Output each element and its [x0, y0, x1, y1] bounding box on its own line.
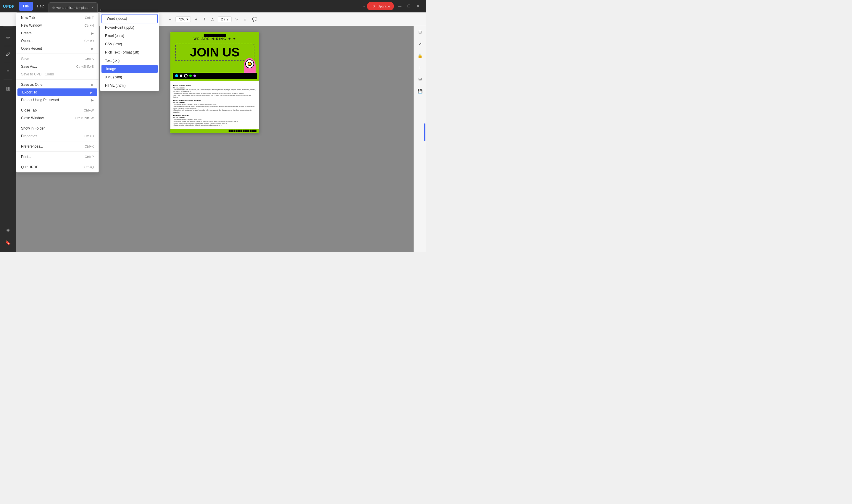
export-word[interactable]: Word (.docx) — [102, 14, 158, 23]
sidebar-icon-edit[interactable]: ✏ — [2, 32, 14, 43]
menu-protect-password[interactable]: Protect Using Password ▶ — [16, 96, 98, 104]
file-menu: New Tab Ctrl+T New Window Ctrl+N Create … — [16, 13, 99, 173]
menu-show-folder[interactable]: Show in Folder — [16, 125, 98, 132]
sidebar-icon-forms[interactable]: ≡ — [2, 65, 14, 77]
menu-divider-7 — [16, 162, 98, 162]
right-extract-icon[interactable]: ↗ — [415, 38, 425, 49]
pdf-header: ████████████████ WE ARE HIRING ✦ ✦ JOIN … — [170, 32, 259, 81]
tab-bar: we-are-hir...r-template ✕ + — [47, 0, 363, 13]
document-tab[interactable]: we-are-hir...r-template ✕ — [49, 2, 97, 13]
pdf-hiring-title: WE ARE HIRING ✦ ✦ — [173, 37, 257, 41]
sidebar-icon-redact[interactable]: ▦ — [2, 82, 14, 94]
menu-export-to[interactable]: Export To ▶ — [17, 88, 97, 96]
comment-button[interactable]: 💬 — [250, 16, 259, 23]
zoom-dropdown-icon[interactable]: ▾ — [186, 17, 188, 21]
export-excel[interactable]: Excel (.xlsx) — [100, 32, 159, 40]
menu-quit-label: Quit UPDF — [21, 165, 38, 169]
add-tab-button[interactable]: + — [99, 8, 102, 13]
export-rtf[interactable]: Rich Text Format (.rtf) — [100, 48, 159, 56]
minimize-button[interactable]: — — [396, 4, 403, 8]
app-logo: UPDF — [0, 0, 18, 13]
menu-divider-3 — [16, 105, 98, 105]
menu-divider-1 — [16, 54, 98, 54]
pdf-body: ● Data Science Intern Job requirements 1… — [170, 81, 259, 129]
fit-bottom-button[interactable]: ▽ — [234, 17, 240, 22]
right-mail-icon[interactable]: ✉ — [415, 74, 425, 85]
menu-close-tab-label: Close Tab — [21, 108, 37, 112]
app-logo-text: UPDF — [3, 4, 15, 8]
menu-close-tab[interactable]: Close Tab Ctrl+W — [16, 107, 98, 114]
export-html[interactable]: HTML (.html) — [100, 81, 159, 90]
menu-preferences[interactable]: Preferences... Ctrl+K — [16, 143, 98, 150]
pdf-job-1-req: Job requirements — [173, 87, 257, 89]
right-sidebar: 🔍 ⊟ ↗ 🔒 ↑ ✉ 💾 — [414, 13, 426, 252]
menu-divider-4 — [16, 123, 98, 123]
page-display: 2 / 2 — [218, 16, 232, 22]
close-button[interactable]: ✕ — [415, 4, 421, 8]
menu-save-shortcut: Ctrl+S — [85, 57, 94, 61]
export-csv[interactable]: CSV (.csv) — [100, 40, 159, 48]
zoom-in-button[interactable]: + — [193, 16, 199, 23]
help-menu-button[interactable]: Help — [34, 2, 47, 11]
export-csv-label: CSV (.csv) — [105, 42, 122, 46]
page-separator: / — [224, 17, 225, 21]
tabs-dropdown-icon[interactable]: ▾ — [363, 5, 365, 8]
right-save-cloud-icon[interactable]: 💾 — [415, 86, 425, 96]
menu-create[interactable]: Create ▶ — [16, 29, 98, 37]
menu-properties[interactable]: Properties... Ctrl+D — [16, 132, 98, 140]
fit-page-btm-button[interactable]: ⤓ — [242, 17, 248, 22]
sidebar-divider-3 — [3, 63, 13, 63]
pdf-join-text: JOIN US — [178, 46, 252, 58]
menu-new-window-shortcut: Ctrl+N — [85, 24, 94, 27]
pdf-checkers: ████████████████ — [173, 34, 257, 37]
menu-new-window[interactable]: New Window Ctrl+N — [16, 22, 98, 29]
menu-save-as[interactable]: Save As... Ctrl+Shift+S — [16, 63, 98, 70]
zoom-display: 72% ▾ — [176, 16, 191, 22]
export-image[interactable]: Image — [102, 65, 158, 73]
menu-save-other[interactable]: Save as Other ▶ — [16, 81, 98, 88]
menu-export-to-label: Export To — [22, 90, 37, 94]
export-rtf-label: Rich Text Format (.rtf) — [105, 50, 139, 54]
sidebar-icon-layers[interactable]: ◈ — [2, 223, 14, 235]
menu-open-recent[interactable]: Open Recent ▶ — [16, 45, 98, 52]
sidebar-icon-annotate[interactable]: 🖊 — [2, 49, 14, 60]
menu-save-as-label: Save As... — [21, 65, 37, 69]
user-avatar: B — [371, 3, 377, 9]
menu-quit-shortcut: Ctrl+Q — [84, 165, 94, 169]
right-pages-icon[interactable]: ⊟ — [415, 26, 425, 37]
menu-open-recent-arrow: ▶ — [91, 47, 94, 50]
right-share-icon[interactable]: ↑ — [415, 62, 425, 73]
menu-preferences-label: Preferences... — [21, 144, 43, 148]
menu-print[interactable]: Print... Ctrl+P — [16, 153, 98, 161]
titlebar-right: ▾ B Upgrade — ❐ ✕ — [363, 2, 421, 10]
zoom-level: 72% — [178, 17, 185, 21]
titlebar: UPDF File Help we-are-hir...r-template ✕… — [0, 0, 426, 13]
export-powerpoint[interactable]: PowerPoint (.pptx) — [100, 23, 159, 32]
menu-protect-password-label: Protect Using Password — [21, 98, 59, 102]
upgrade-button[interactable]: B Upgrade — [367, 2, 394, 10]
menu-save: Save Ctrl+S — [16, 55, 98, 63]
zoom-out-button[interactable]: − — [167, 16, 173, 23]
menu-close-window[interactable]: Close Window Ctrl+Shift+W — [16, 114, 98, 122]
menu-divider-6 — [16, 151, 98, 152]
export-submenu: Word (.docx) PowerPoint (.pptx) Excel (.… — [100, 13, 159, 91]
scroll-indicator — [424, 123, 425, 141]
sidebar-icon-bookmark[interactable]: 🔖 — [2, 237, 14, 249]
file-menu-button[interactable]: File — [19, 2, 33, 11]
pdf-job-2-title: ● Backend Development Engineer — [173, 100, 257, 101]
menu-save-other-arrow: ▶ — [91, 83, 94, 86]
right-password-icon[interactable]: 🔒 — [415, 50, 425, 61]
fit-top-button[interactable]: ⤒ — [201, 17, 207, 22]
maximize-button[interactable]: ❐ — [405, 4, 412, 8]
menu-new-tab[interactable]: New Tab Ctrl+T — [16, 14, 98, 22]
pdf-job-1-title: ● Data Science Intern — [173, 85, 257, 86]
pdf-page: ████████████████ WE ARE HIRING ✦ ✦ JOIN … — [170, 32, 259, 133]
tab-close-button[interactable]: ✕ — [91, 6, 94, 9]
export-xml[interactable]: XML (.xml) — [100, 73, 159, 81]
fit-page-button[interactable]: △ — [210, 17, 215, 22]
menu-open-recent-label: Open Recent — [21, 47, 42, 51]
menu-quit[interactable]: Quit UPDF Ctrl+Q — [16, 163, 98, 171]
export-txt[interactable]: Text (.txt) — [100, 56, 159, 65]
menu-close-window-shortcut: Ctrl+Shift+W — [75, 116, 94, 120]
menu-open[interactable]: Open... Ctrl+O — [16, 37, 98, 45]
